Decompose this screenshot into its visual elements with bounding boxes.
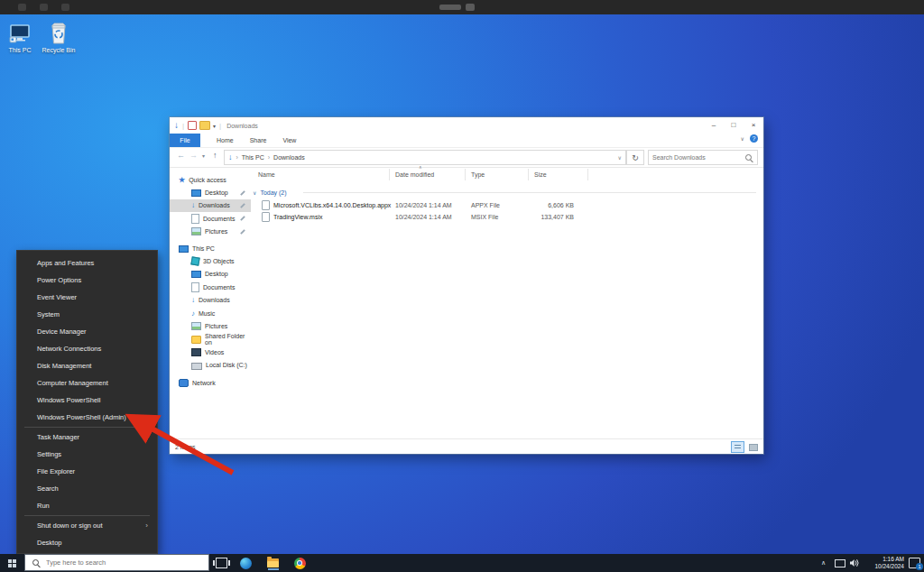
desktop-icon-this-pc[interactable]: This PC xyxy=(2,22,38,53)
breadcrumb-downloads[interactable]: Downloads xyxy=(273,154,305,161)
desktop-icon-recycle-bin[interactable]: Recycle Bin xyxy=(41,22,77,53)
edge-taskbar-button[interactable] xyxy=(239,557,252,569)
tab-share[interactable]: Share xyxy=(250,137,267,143)
maximize-button[interactable]: □ xyxy=(724,117,744,132)
details-view-button[interactable] xyxy=(731,441,744,453)
refresh-button[interactable]: ↻ xyxy=(626,150,644,165)
tab-home[interactable]: Home xyxy=(217,137,234,143)
column-header-size[interactable]: Size xyxy=(529,169,588,180)
taskbar-search-input[interactable] xyxy=(44,558,208,567)
shared-folder-icon xyxy=(191,336,201,344)
properties-icon[interactable] xyxy=(188,121,197,130)
menu-item-system[interactable]: System xyxy=(17,306,157,323)
nav-3d-objects[interactable]: 3D Objects xyxy=(170,254,251,267)
minimize-button[interactable]: – xyxy=(704,117,724,132)
nav-videos[interactable]: Videos xyxy=(170,346,251,358)
large-icons-view-button[interactable] xyxy=(746,441,760,453)
menu-item-event-viewer[interactable]: Event Viewer xyxy=(17,289,157,306)
chrome-taskbar-button[interactable] xyxy=(293,557,306,569)
nav-qa-desktop[interactable]: Desktop xyxy=(170,186,251,198)
submenu-chevron-icon: › xyxy=(145,521,148,530)
start-button[interactable] xyxy=(0,554,24,572)
tab-file[interactable]: File xyxy=(170,134,200,147)
new-folder-icon[interactable] xyxy=(199,121,210,130)
explorer-titlebar[interactable]: ↓ | ▾ | Downloads – □ × xyxy=(170,117,763,134)
tray-volume-button[interactable] xyxy=(849,554,859,572)
menu-item-windows-powershell-admin[interactable]: Windows PowerShell (Admin) xyxy=(17,409,157,426)
menu-item-disk-management[interactable]: Disk Management xyxy=(17,357,157,374)
thumbnail-view-icon xyxy=(749,444,758,451)
nav-qa-documents[interactable]: Documents xyxy=(170,212,251,225)
nav-desktop[interactable]: Desktop xyxy=(170,268,251,281)
desktop-icon-label: This PC xyxy=(2,47,38,53)
help-button[interactable]: ? xyxy=(750,134,758,143)
file-explorer-taskbar-button[interactable] xyxy=(266,557,279,569)
menu-item-shut-down-or-sign-out[interactable]: Shut down or sign out › xyxy=(17,517,157,534)
nav-qa-downloads[interactable]: ↓ Downloads xyxy=(170,199,251,212)
host-window-button[interactable] xyxy=(18,4,26,11)
host-window-button[interactable] xyxy=(61,4,69,11)
music-note-icon: ♪ xyxy=(191,309,195,318)
menu-item-search[interactable]: Search xyxy=(17,480,157,497)
file-row[interactable]: Microsoft.VCLibs.x64.14.00.Desktop.appx xyxy=(251,199,395,211)
window-title: Downloads xyxy=(226,123,258,129)
host-window-button[interactable] xyxy=(40,4,48,11)
forward-button[interactable]: → xyxy=(189,151,198,160)
tray-network-button[interactable] xyxy=(835,554,845,572)
file-row[interactable]: TradingView.msix xyxy=(251,211,395,223)
menu-item-task-manager[interactable]: Task Manager xyxy=(17,429,157,446)
file-date: 10/24/2024 1:14 AM xyxy=(395,199,452,211)
close-button[interactable]: × xyxy=(744,117,763,132)
items-count: 2 items xyxy=(175,444,196,450)
address-dropdown-icon[interactable]: ∨ xyxy=(618,154,622,161)
nav-network[interactable]: Network xyxy=(170,376,251,389)
menu-item-power-options[interactable]: Power Options xyxy=(17,272,157,289)
desktop-icon-label: Recycle Bin xyxy=(41,47,77,53)
pin-icon xyxy=(240,190,245,196)
nav-local-disk[interactable]: Local Disk (C:) xyxy=(170,358,251,371)
menu-item-apps-and-features[interactable]: Apps and Features xyxy=(17,254,157,272)
column-header-type[interactable]: Type xyxy=(466,169,529,180)
group-collapse-chevron-icon[interactable]: ∨ xyxy=(253,189,256,196)
nav-music[interactable]: ♪Music xyxy=(170,307,251,319)
column-header-name[interactable]: Name xyxy=(251,169,390,180)
menu-item-file-explorer[interactable]: File Explorer xyxy=(17,463,157,480)
menu-item-settings[interactable]: Settings xyxy=(17,446,157,463)
notification-badge: 1 xyxy=(916,563,923,570)
nav-this-pc[interactable]: This PC xyxy=(170,242,251,254)
windows-desktop-screen: This PC Recycle Bin ↓ | ▾ | Downloads xyxy=(0,0,924,572)
menu-item-device-manager[interactable]: Device Manager xyxy=(17,323,157,340)
back-button[interactable]: ← xyxy=(177,151,185,160)
customize-toolbar-dropdown[interactable]: ▾ xyxy=(213,123,216,129)
group-header-today[interactable]: ∨ Today (2) xyxy=(251,187,287,198)
tray-clock[interactable]: 1:16 AM 10/24/2024 xyxy=(863,554,904,572)
address-breadcrumb[interactable]: ↓ › This PC › Downloads ∨ xyxy=(224,150,626,165)
tab-view[interactable]: View xyxy=(282,137,296,143)
details-view-icon xyxy=(735,445,741,450)
menu-item-desktop[interactable]: Desktop xyxy=(17,534,157,551)
breadcrumb-this-pc[interactable]: This PC xyxy=(242,154,264,161)
menu-item-network-connections[interactable]: Network Connections xyxy=(17,340,157,357)
search-input[interactable] xyxy=(649,154,745,161)
nav-pictures[interactable]: Pictures xyxy=(170,319,251,332)
nav-downloads[interactable]: ↓Downloads xyxy=(170,294,251,307)
nav-quick-access[interactable]: ★ Quick access xyxy=(170,173,251,186)
nav-shared-folder[interactable]: Shared Folder on xyxy=(170,333,251,346)
recent-locations-dropdown-icon[interactable]: ▾ xyxy=(202,152,205,159)
action-center-button[interactable]: 1 xyxy=(909,554,920,572)
nav-qa-pictures[interactable]: Pictures xyxy=(170,226,251,238)
menu-item-run[interactable]: Run xyxy=(17,497,157,514)
clock-date: 10/24/2024 xyxy=(874,563,904,570)
taskbar: ∧ 1:16 AM 10/24/2024 1 xyxy=(0,554,924,572)
recycle-bin-icon xyxy=(41,22,77,45)
host-titlebar-icon-blur xyxy=(466,4,475,11)
address-bar-row: ← → ▾ ↑ ↓ › This PC › Downloads ∨ ↻ xyxy=(170,147,763,168)
nav-documents[interactable]: Documents xyxy=(170,281,251,293)
tray-show-hidden-icons[interactable]: ∧ xyxy=(821,554,826,572)
task-view-button[interactable] xyxy=(215,557,227,569)
menu-item-computer-management[interactable]: Computer Management xyxy=(17,374,157,392)
column-header-date[interactable]: Date modified xyxy=(390,169,466,180)
menu-item-windows-powershell[interactable]: Windows PowerShell xyxy=(17,392,157,409)
up-button[interactable]: ↑ xyxy=(213,151,217,160)
expand-ribbon-chevron-icon[interactable]: ∨ xyxy=(741,135,744,142)
